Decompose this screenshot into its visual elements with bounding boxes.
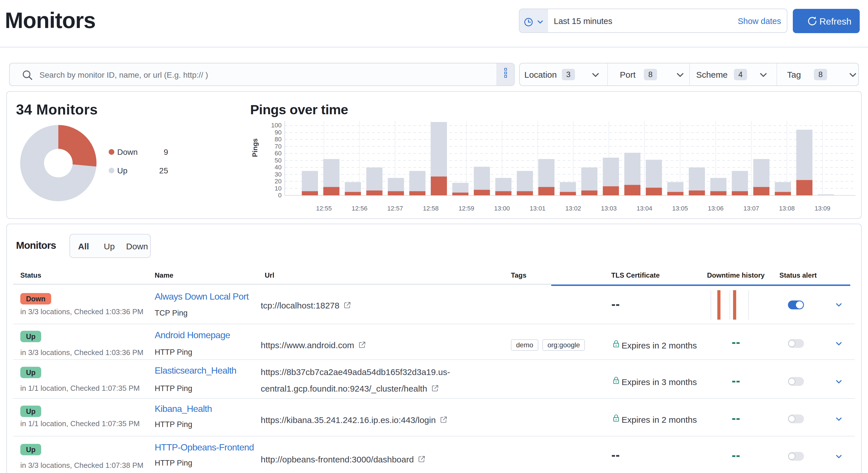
svg-text:12:58: 12:58 — [423, 205, 439, 212]
svg-text:13:08: 13:08 — [779, 205, 795, 212]
svg-text:13:02: 13:02 — [565, 205, 581, 212]
svg-text:13:07: 13:07 — [743, 205, 759, 212]
svg-text:13:05: 13:05 — [672, 205, 688, 212]
svg-text:40: 40 — [275, 164, 282, 171]
svg-text:50: 50 — [275, 157, 282, 164]
svg-text:12:57: 12:57 — [388, 205, 403, 212]
svg-text:20: 20 — [275, 178, 282, 185]
svg-text:0: 0 — [278, 192, 282, 199]
svg-text:10: 10 — [275, 185, 282, 192]
svg-text:90: 90 — [275, 129, 282, 136]
svg-text:13:09: 13:09 — [814, 205, 830, 212]
svg-text:12:55: 12:55 — [316, 205, 332, 212]
svg-text:Pings: Pings — [251, 138, 259, 157]
svg-text:13:04: 13:04 — [637, 205, 652, 212]
svg-text:30: 30 — [275, 171, 282, 178]
svg-text:13:01: 13:01 — [530, 205, 546, 212]
svg-text:12:59: 12:59 — [459, 205, 474, 212]
svg-text:60: 60 — [275, 150, 282, 157]
svg-text:80: 80 — [275, 136, 282, 143]
svg-text:100: 100 — [271, 122, 282, 129]
svg-text:13:03: 13:03 — [601, 205, 617, 212]
svg-text:13:00: 13:00 — [494, 205, 510, 212]
svg-text:70: 70 — [275, 143, 282, 150]
svg-text:12:56: 12:56 — [352, 205, 367, 212]
svg-text:13:06: 13:06 — [708, 205, 724, 212]
